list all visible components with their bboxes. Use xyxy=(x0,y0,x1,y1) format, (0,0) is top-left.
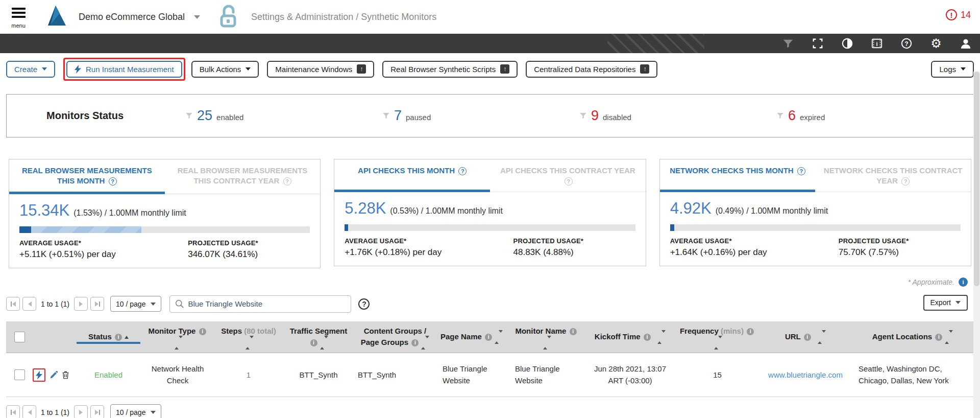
search-help-icon[interactable]: ? xyxy=(358,298,370,310)
menu-button[interactable]: menu xyxy=(7,6,30,29)
delete-trash-icon[interactable] xyxy=(62,370,69,379)
question-circle-icon[interactable]: ? xyxy=(458,167,467,175)
prev-page-button[interactable] xyxy=(22,297,36,311)
maintenance-windows-button[interactable]: Maintenance Windows xyxy=(267,61,374,78)
vertical-scrollbar[interactable] xyxy=(973,72,980,418)
bottom-pager: 1 to 1 (1) 10 / page xyxy=(6,404,974,418)
page-size-select[interactable]: 10 / page xyxy=(110,404,161,418)
row-monitor-type: Network Health Check xyxy=(140,360,215,389)
info-icon[interactable]: i xyxy=(485,334,492,341)
info-icon[interactable]: i xyxy=(411,339,419,346)
help-icon[interactable]: ? xyxy=(900,37,913,50)
sort-icon[interactable] xyxy=(246,337,254,349)
sort-icon[interactable] xyxy=(543,337,551,349)
question-circle-icon[interactable]: ? xyxy=(283,177,291,185)
centralized-data-repositories-button[interactable]: Centralized Data Repositories xyxy=(526,61,657,78)
row-frequency: 15 xyxy=(675,366,760,384)
next-page-button[interactable] xyxy=(74,297,88,311)
column-header-content-groups[interactable]: Content Groups / Page Groups i xyxy=(355,324,435,350)
info-icon[interactable]: i xyxy=(310,339,317,346)
last-page-button[interactable] xyxy=(90,297,104,311)
release-notes-icon[interactable]: i xyxy=(871,37,883,50)
info-icon[interactable]: i xyxy=(199,328,206,335)
column-header-frequency[interactable]: Frequency (mins) i xyxy=(675,324,760,350)
stat-paused[interactable]: 7 paused xyxy=(382,108,579,124)
first-page-button[interactable] xyxy=(6,405,20,418)
question-circle-icon[interactable]: ? xyxy=(797,167,805,175)
info-icon[interactable]: i xyxy=(959,277,968,287)
sort-icon[interactable] xyxy=(714,337,722,349)
filter-icon[interactable] xyxy=(782,37,794,50)
contrast-icon[interactable] xyxy=(841,37,853,50)
row-checkbox[interactable] xyxy=(14,369,25,380)
column-header-url[interactable]: URL i xyxy=(760,330,851,344)
question-circle-icon[interactable]: ? xyxy=(901,177,910,185)
next-page-button[interactable] xyxy=(74,405,88,418)
svg-text:?: ? xyxy=(904,40,908,48)
question-circle-icon[interactable]: ? xyxy=(109,177,117,185)
sort-icon[interactable] xyxy=(657,332,666,343)
unlock-icon xyxy=(217,4,238,30)
info-icon[interactable]: i xyxy=(570,328,577,335)
row-url-link[interactable]: www.bluetriangle.com xyxy=(760,366,851,384)
row-status: Enabled xyxy=(77,366,140,384)
tab-network-checks-contract-year[interactable]: NETWORK CHECKS THIS CONTRACT YEAR ? xyxy=(815,159,971,192)
stat-disabled[interactable]: 9 disabled xyxy=(579,108,776,124)
tab-real-browser-this-month[interactable]: REAL BROWSER MEASUREMENTS THIS MONTH ? xyxy=(9,159,165,194)
prev-page-button[interactable] xyxy=(22,405,36,418)
search-input[interactable] xyxy=(188,299,346,308)
run-instant-measurement-button[interactable]: Run Instant Measurement xyxy=(66,61,182,78)
tab-api-checks-this-month[interactable]: API CHECKS THIS MONTH ? xyxy=(334,159,490,192)
account-caret-icon[interactable] xyxy=(194,15,200,19)
annotation-highlight-box xyxy=(33,368,45,382)
stat-enabled[interactable]: 25 enabled xyxy=(185,108,382,124)
info-icon[interactable]: i xyxy=(644,334,651,341)
sort-icon[interactable] xyxy=(175,337,183,349)
real-browser-synthetic-scripts-button[interactable]: Real Browser Synthetic Scripts xyxy=(382,61,518,78)
stat-expired[interactable]: 6 expired xyxy=(776,108,973,124)
settings-gear-icon[interactable]: ⚙ xyxy=(930,37,942,50)
page-size-value: 10 / page xyxy=(116,300,145,308)
info-icon[interactable]: i xyxy=(935,334,942,341)
scrollbar-thumb[interactable] xyxy=(974,72,979,286)
column-header-monitor-name[interactable]: Monitor Name i xyxy=(508,324,585,350)
column-header-page-name[interactable]: Page Name i xyxy=(435,330,508,344)
account-name[interactable]: Demo eCommerce Global xyxy=(79,12,185,22)
logs-button[interactable]: Logs xyxy=(931,61,974,78)
usage-value: 4.92K xyxy=(670,199,712,218)
sort-icon[interactable] xyxy=(818,332,826,343)
column-header-kickoff-time[interactable]: Kickoff Time i xyxy=(585,330,675,344)
info-icon[interactable]: i xyxy=(804,334,811,341)
user-icon[interactable] xyxy=(960,37,972,50)
fullscreen-icon[interactable] xyxy=(812,37,824,50)
run-now-bolt-icon[interactable] xyxy=(36,370,42,380)
row-page-name: Blue Triangle Website xyxy=(435,360,508,389)
last-page-button[interactable] xyxy=(90,405,104,418)
column-header-traffic-segment[interactable]: Traffic Segment i xyxy=(282,324,355,350)
sort-icon[interactable] xyxy=(495,332,503,343)
tab-network-checks-this-month[interactable]: NETWORK CHECKS THIS MONTH ? xyxy=(660,159,816,192)
info-icon[interactable]: i xyxy=(747,328,754,335)
bulk-actions-button[interactable]: Bulk Actions xyxy=(191,61,259,78)
projected-usage-value: 48.83K (4.88%) xyxy=(513,247,635,258)
tab-real-browser-contract-year[interactable]: REAL BROWSER MEASUREMENTS THIS CONTRACT … xyxy=(165,159,321,194)
question-circle-icon[interactable]: ? xyxy=(565,177,573,185)
sort-asc-icon[interactable] xyxy=(125,336,129,339)
select-all-checkbox[interactable] xyxy=(14,332,25,342)
alerts-indicator[interactable]: ! 14 xyxy=(946,9,971,20)
pager-range: 1 to 1 (1) xyxy=(41,300,69,308)
first-page-button[interactable] xyxy=(6,297,20,311)
column-header-steps[interactable]: Steps (80 total) xyxy=(215,324,282,350)
edit-pencil-icon[interactable] xyxy=(50,371,58,379)
export-button[interactable]: Export xyxy=(923,295,968,311)
sort-icon[interactable] xyxy=(945,332,953,343)
sort-icon[interactable] xyxy=(320,337,328,349)
column-header-status[interactable]: Status i xyxy=(77,330,140,344)
column-header-monitor-type[interactable]: Monitor Type i xyxy=(140,324,215,350)
create-button[interactable]: Create xyxy=(6,61,55,78)
column-header-agent-locations[interactable]: Agent Locations i xyxy=(851,330,974,344)
info-icon[interactable]: i xyxy=(115,334,122,341)
page-size-select[interactable]: 10 / page xyxy=(110,296,161,312)
tab-api-checks-contract-year[interactable]: API CHECKS THIS CONTRACT YEAR ? xyxy=(490,159,646,192)
sort-icon[interactable] xyxy=(421,337,429,349)
